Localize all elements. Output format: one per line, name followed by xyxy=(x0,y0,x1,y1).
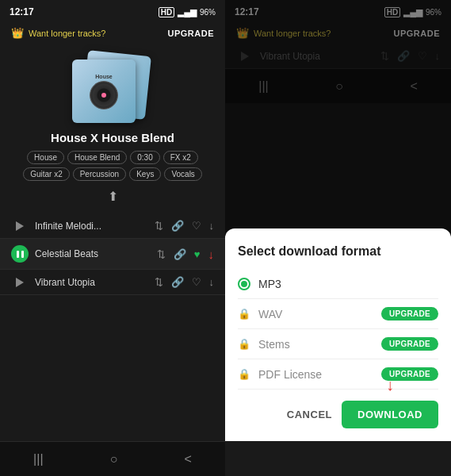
format-name-mp3: MP3 xyxy=(258,278,281,290)
radio-mp3[interactable] xyxy=(238,278,250,290)
format-name-wav: WAV xyxy=(258,308,282,321)
play-button-3[interactable] xyxy=(11,278,29,287)
format-left-wav: 🔒 WAV xyxy=(238,308,282,321)
mixer-icon-3[interactable]: ⇅ xyxy=(155,276,163,288)
play-icon-3 xyxy=(16,278,24,287)
cancel-button[interactable]: CANCEL xyxy=(287,409,332,420)
play-icon-1 xyxy=(16,221,24,231)
status-icons-left: HD ▂▄▆ 96% xyxy=(159,7,216,17)
track-actions-2: ⇅ 🔗 ♥ ↓ xyxy=(157,248,214,261)
lock-icon-wav: 🔒 xyxy=(238,308,250,320)
nav-back-icon-left[interactable]: < xyxy=(185,452,192,466)
vinyl-front xyxy=(90,81,118,109)
tag-percussion: Percussion xyxy=(73,167,126,181)
pause-bar-right xyxy=(21,251,24,258)
track-name-2: Celestial Beats xyxy=(35,248,151,259)
nav-home-icon-left[interactable]: ○ xyxy=(110,452,118,466)
bottom-nav-left: ||| ○ < xyxy=(0,441,225,476)
radio-inner-mp3 xyxy=(241,281,247,287)
nav-menu-icon-left[interactable]: ||| xyxy=(33,452,43,466)
heart-icon-2[interactable]: ♥ xyxy=(194,248,201,260)
track-list: Infinite Melodi... ⇅ 🔗 ♡ ↓ Celestial Bea… xyxy=(0,213,225,441)
format-left-mp3: MP3 xyxy=(238,278,281,290)
tag-keys: Keys xyxy=(129,167,161,181)
red-arrow-annotation: ↓ xyxy=(386,377,394,393)
upgrade-cta-left[interactable]: UPGRADE xyxy=(167,29,214,38)
heart-icon-3[interactable]: ♡ xyxy=(192,276,201,288)
status-bar-left: 12:17 HD ▂▄▆ 96% xyxy=(0,0,225,22)
lock-icon-stems: 🔒 xyxy=(238,338,250,350)
track-name-3: Vibrant Utopia xyxy=(35,277,148,288)
play-button-2[interactable] xyxy=(11,245,29,263)
download-icon-1[interactable]: ↓ xyxy=(209,220,215,232)
album-card-front: House xyxy=(72,60,136,123)
banner-left: 👑 Want longer tracks? xyxy=(11,27,105,39)
upgrade-badge-stems[interactable]: UPGRADE xyxy=(381,337,438,351)
track-name-1: Infinite Melodi... xyxy=(35,221,148,232)
format-name-stems: Stems xyxy=(258,338,290,351)
download-format-modal: Select download format MP3 🔒 WAV UPGRADE xyxy=(225,228,451,441)
tag-house: House xyxy=(27,151,64,164)
upgrade-badge-wav[interactable]: UPGRADE xyxy=(381,307,438,321)
signal-icon: ▂▄▆ xyxy=(178,7,197,17)
tags-row: House House Blend 0:30 FX x2 Guitar x2 P… xyxy=(0,151,225,181)
tag-fx: FX x2 xyxy=(163,151,198,164)
time-left: 12:17 xyxy=(10,6,34,17)
format-name-pdf: PDF License xyxy=(258,368,322,381)
mixer-icon-2[interactable]: ⇅ xyxy=(157,248,166,260)
share-button-area[interactable]: ⬆ xyxy=(108,184,118,207)
format-option-stems[interactable]: 🔒 Stems UPGRADE xyxy=(238,329,438,359)
track-item-3[interactable]: Vibrant Utopia ⇅ 🔗 ♡ ↓ xyxy=(0,270,225,295)
tag-duration: 0:30 xyxy=(130,151,159,164)
download-icon-3[interactable]: ↓ xyxy=(209,276,215,288)
tag-house-blend: House Blend xyxy=(67,151,127,164)
format-option-pdf[interactable]: 🔒 PDF License UPGRADE xyxy=(238,359,438,390)
link-icon-2[interactable]: 🔗 xyxy=(174,248,186,260)
play-button-1[interactable] xyxy=(11,221,29,231)
track-actions-1: ⇅ 🔗 ♡ ↓ xyxy=(155,220,215,232)
modal-actions: CANCEL ↓ DOWNLOAD xyxy=(238,401,438,428)
link-icon-1[interactable]: 🔗 xyxy=(171,220,184,232)
modal-title: Select download format xyxy=(238,244,438,259)
hd-icon: HD xyxy=(159,7,174,17)
link-icon-3[interactable]: 🔗 xyxy=(171,276,184,288)
track-actions-3: ⇅ 🔗 ♡ ↓ xyxy=(155,276,215,288)
download-icon-2[interactable]: ↓ xyxy=(208,248,215,261)
download-button-container: ↓ DOWNLOAD xyxy=(342,401,438,428)
track-title: House X House Blend xyxy=(51,131,174,144)
modal-overlay: Select download format MP3 🔒 WAV UPGRADE xyxy=(225,0,451,441)
battery-icon: 96% xyxy=(200,8,216,17)
format-left-pdf: 🔒 PDF License xyxy=(238,368,322,381)
pause-bar-left xyxy=(17,251,19,258)
download-button[interactable]: DOWNLOAD xyxy=(342,401,438,428)
mixer-icon-1[interactable]: ⇅ xyxy=(155,220,163,232)
banner-question: Want longer tracks? xyxy=(29,29,105,38)
upgrade-banner-left: 👑 Want longer tracks? UPGRADE xyxy=(0,22,225,44)
heart-icon-1[interactable]: ♡ xyxy=(192,220,201,232)
tag-guitar: Guitar x2 xyxy=(23,167,70,181)
album-stack: House House xyxy=(69,53,156,125)
track-item-1[interactable]: Infinite Melodi... ⇅ 🔗 ♡ ↓ xyxy=(0,213,225,239)
album-label-front: House xyxy=(95,74,112,79)
format-option-wav[interactable]: 🔒 WAV UPGRADE xyxy=(238,299,438,329)
format-option-mp3[interactable]: MP3 xyxy=(238,270,438,299)
right-panel: 12:17 HD ▂▄▆ 96% 👑 Want longer tracks? U… xyxy=(225,0,451,476)
format-left-stems: 🔒 Stems xyxy=(238,338,290,351)
pause-circle-2 xyxy=(11,245,29,263)
track-item-2[interactable]: Celestial Beats ⇅ 🔗 ♥ ↓ xyxy=(0,239,225,270)
left-panel: 12:17 HD ▂▄▆ 96% 👑 Want longer tracks? U… xyxy=(0,0,225,476)
lock-icon-pdf: 🔒 xyxy=(238,368,250,380)
tag-vocals: Vocals xyxy=(164,167,201,181)
album-section: House House House X House Blend House Ho… xyxy=(0,44,225,213)
crown-icon: 👑 xyxy=(11,27,24,39)
share-icon[interactable]: ⬆ xyxy=(108,189,118,204)
